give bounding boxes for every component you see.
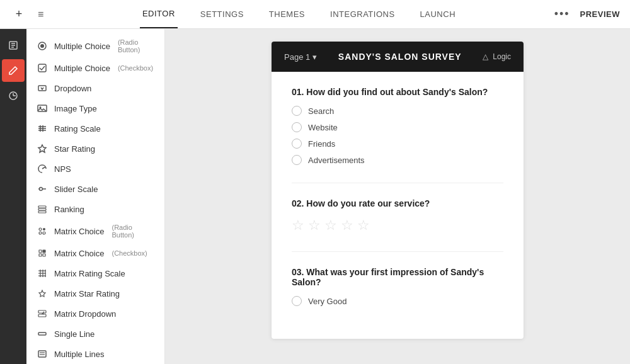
hamburger-button[interactable]: ≡ [38, 9, 43, 20]
question-text-0: 01. How did you find out about Sandy's S… [292, 87, 503, 97]
sidebar-item-11[interactable]: Matrix Rating Scale [26, 263, 164, 283]
radio-label: Friends [308, 139, 335, 149]
radio-option-0-0[interactable]: Search [292, 106, 503, 116]
sidebar-item-13[interactable]: Matrix Dropdown [26, 304, 164, 324]
dropdown-icon [37, 82, 48, 94]
checkbox-icon [37, 62, 48, 74]
icon-bar [0, 29, 26, 364]
radio-option-2-0[interactable]: Very Good [292, 296, 503, 306]
nps-icon [37, 163, 48, 174]
svg-point-23 [39, 228, 42, 230]
radio-label: Very Good [308, 297, 346, 306]
single-line-icon [37, 328, 48, 339]
svg-point-24 [43, 228, 45, 230]
page-selector[interactable]: Page 1 ▾ [284, 52, 317, 62]
preview-button[interactable]: PREVIEW [580, 9, 620, 19]
sidebar-item-5[interactable]: Star Rating [26, 139, 164, 159]
main-layout: Multiple Choice(Radio Button)Multiple Ch… [0, 29, 630, 364]
add-button[interactable]: + [10, 6, 28, 23]
svg-rect-29 [39, 254, 42, 256]
sidebar-item-7[interactable]: Slider Scale [26, 179, 164, 199]
sidebar-item-3[interactable]: Image Type [26, 98, 164, 118]
sidebar-item-0[interactable]: Multiple Choice(Radio Button) [26, 34, 164, 58]
logic-button[interactable]: △ Logic [483, 52, 511, 61]
radio-option-0-2[interactable]: Friends [292, 139, 503, 149]
sidebar-item-4[interactable]: Rating Scale [26, 118, 164, 139]
radio-option-0-3[interactable]: Advertisements [292, 155, 503, 165]
svg-rect-20 [38, 206, 46, 208]
edit-icon[interactable] [2, 59, 25, 82]
sidebar-item-10[interactable]: Matrix Choice(Checkbox) [26, 243, 164, 263]
sidebar: Multiple Choice(Radio Button)Multiple Ch… [26, 29, 165, 364]
top-nav: + ≡ EDITORSETTINGSTHEMESINTEGRATIONSLAUN… [0, 0, 630, 29]
svg-rect-7 [38, 64, 46, 72]
multi-line-icon [37, 348, 48, 360]
radio-circle [292, 106, 302, 116]
svg-rect-28 [43, 250, 45, 253]
survey-body: 01. How did you find out about Sandy's S… [272, 72, 524, 339]
survey-header: Page 1 ▾ SANDY'S SALON SURVEY △ Logic [272, 42, 524, 72]
question-block-2: 03. What was your first impression of Sa… [292, 267, 503, 306]
pages-icon[interactable] [2, 34, 25, 57]
svg-rect-22 [38, 211, 46, 213]
sidebar-item-label-13: Matrix Dropdown [54, 309, 116, 319]
sidebar-item-sublabel-1: (Checkbox) [118, 64, 153, 72]
sidebar-item-label-0: Multiple Choice [54, 42, 110, 51]
rating-icon [37, 123, 48, 134]
matrix-checkbox-icon [37, 247, 48, 259]
star-2[interactable]: ☆ [324, 217, 337, 234]
radio-label: Website [308, 123, 338, 132]
analytics-icon[interactable] [2, 84, 25, 107]
svg-rect-38 [38, 310, 46, 313]
matrix-rating-icon [37, 268, 48, 279]
sidebar-item-14[interactable]: Single Line [26, 324, 164, 344]
main-content: Page 1 ▾ SANDY'S SALON SURVEY △ Logic 01… [165, 29, 630, 364]
sidebar-item-label-5: Star Rating [54, 144, 95, 154]
sidebar-item-8[interactable]: Ranking [26, 199, 164, 219]
ranking-icon [37, 203, 48, 215]
star-row-1[interactable]: ☆☆☆☆☆ [292, 217, 503, 234]
nav-tab-editor[interactable]: EDITOR [140, 0, 178, 28]
sidebar-item-label-4: Rating Scale [54, 124, 101, 134]
sidebar-item-15[interactable]: Multiple Lines [26, 344, 164, 364]
question-divider-0 [292, 183, 503, 183]
star-icon [37, 143, 48, 154]
matrix-dropdown-icon [37, 308, 48, 319]
sidebar-item-label-3: Image Type [54, 104, 97, 113]
sidebar-item-2[interactable]: Dropdown [26, 78, 164, 98]
question-divider-1 [292, 251, 503, 252]
matrix-radio-icon [37, 225, 48, 237]
star-4[interactable]: ☆ [357, 217, 370, 234]
radio-circle [292, 155, 302, 165]
radio-option-0-1[interactable]: Website [292, 122, 503, 132]
star-1[interactable]: ☆ [308, 217, 321, 234]
radio-circle [292, 139, 302, 149]
svg-line-17 [42, 167, 45, 169]
question-block-0: 01. How did you find out about Sandy's S… [292, 87, 503, 165]
svg-rect-30 [43, 254, 45, 256]
sidebar-item-9[interactable]: Matrix Choice(Radio Button) [26, 219, 164, 243]
svg-rect-40 [38, 333, 46, 335]
survey-title: SANDY'S SALON SURVEY [317, 52, 483, 62]
svg-marker-16 [38, 145, 46, 152]
nav-tab-themes[interactable]: THEMES [266, 1, 307, 28]
nav-tab-settings[interactable]: SETTINGS [198, 1, 246, 28]
sidebar-item-12[interactable]: Matrix Star Rating [26, 283, 164, 304]
sidebar-item-label-11: Matrix Rating Scale [54, 269, 125, 278]
nav-tab-integrations[interactable]: INTEGRATIONS [328, 1, 398, 28]
svg-rect-27 [39, 250, 42, 253]
more-button[interactable]: ••• [554, 8, 570, 21]
nav-tab-launch[interactable]: LAUNCH [418, 1, 458, 28]
question-text-2: 03. What was your first impression of Sa… [292, 267, 503, 287]
sidebar-item-1[interactable]: Multiple Choice(Checkbox) [26, 58, 164, 78]
star-0[interactable]: ☆ [292, 217, 304, 234]
sidebar-item-6[interactable]: NPS [26, 159, 164, 179]
svg-point-26 [43, 232, 45, 234]
svg-rect-41 [38, 351, 46, 357]
radio-circle [292, 122, 302, 132]
radio-circle [292, 296, 302, 306]
svg-rect-39 [38, 314, 46, 317]
svg-point-6 [40, 44, 44, 48]
star-3[interactable]: ☆ [341, 217, 353, 234]
sidebar-item-label-6: NPS [54, 164, 71, 174]
